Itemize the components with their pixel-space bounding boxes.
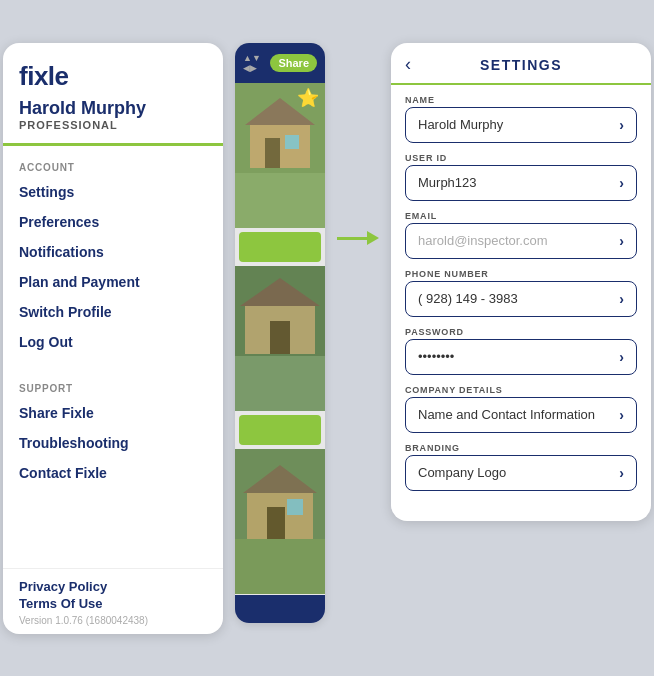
phone-value: ( 928) 149 - 3983: [418, 291, 518, 306]
branding-row[interactable]: Company Logo ›: [405, 455, 637, 491]
logo-text: fixle: [19, 61, 69, 91]
arrow-head: [367, 231, 379, 245]
phone-bottom-bar: [235, 595, 325, 623]
chevron-right-icon: ›: [619, 233, 624, 249]
password-value: ••••••••: [418, 349, 454, 364]
branding-group: BRANDING Company Logo ›: [405, 443, 637, 495]
account-label: ACCOUNT: [3, 156, 223, 177]
green-bar-1: [239, 232, 321, 262]
chevron-right-icon: ›: [619, 175, 624, 191]
version-text: Version 1.0.76 (1680042438): [19, 615, 207, 626]
svg-rect-12: [267, 507, 285, 539]
chevron-right-icon: ›: [619, 117, 624, 133]
settings-body: NAME Harold Murphy › USER ID Murph123 › …: [391, 85, 651, 505]
arrow-line: [337, 237, 367, 240]
svg-rect-13: [287, 499, 303, 515]
sidebar-footer: Privacy Policy Terms Of Use Version 1.0.…: [3, 568, 223, 634]
userid-field-row[interactable]: Murph123 ›: [405, 165, 637, 201]
settings-title: SETTINGS: [480, 57, 562, 73]
branding-value: Company Logo: [418, 465, 506, 480]
chevron-right-icon: ›: [619, 349, 624, 365]
nav-item-share-fixle[interactable]: Share Fixle: [3, 398, 223, 428]
nav-item-log-out[interactable]: Log Out: [3, 327, 223, 357]
name-field-row[interactable]: Harold Murphy ›: [405, 107, 637, 143]
support-section: SUPPORT Share Fixle Troubleshooting Cont…: [3, 367, 223, 498]
chevron-right-icon: ›: [619, 407, 624, 423]
app-logo: fixle: [19, 61, 207, 92]
userid-value: Murph123: [418, 175, 477, 190]
phone-header: ▲▼ ◀▶ Share: [235, 43, 325, 83]
nav-item-preferences[interactable]: Preferences: [3, 207, 223, 237]
nav-item-troubleshooting[interactable]: Troubleshooting: [3, 428, 223, 458]
password-label: PASSWORD: [405, 327, 637, 337]
phone-field-group: PHONE NUMBER ( 928) 149 - 3983 ›: [405, 269, 637, 321]
nav-item-switch-profile[interactable]: Switch Profile: [3, 297, 223, 327]
svg-rect-3: [265, 138, 280, 168]
svg-rect-4: [285, 135, 299, 149]
email-field-row[interactable]: harold@inspector.com ›: [405, 223, 637, 259]
settings-header: ‹ SETTINGS: [391, 43, 651, 85]
nav-item-plan-payment[interactable]: Plan and Payment: [3, 267, 223, 297]
name-label: NAME: [405, 95, 637, 105]
nav-item-contact-fixle[interactable]: Contact Fixle: [3, 458, 223, 488]
left-sidebar: fixle Harold Murphy Professional ACCOUNT…: [3, 43, 223, 634]
support-label: SUPPORT: [3, 377, 223, 398]
company-details-value: Name and Contact Information: [418, 407, 595, 422]
nav-item-notifications[interactable]: Notifications: [3, 237, 223, 267]
chevron-right-icon: ›: [619, 465, 624, 481]
house-image-2: [235, 266, 325, 411]
company-details-row[interactable]: Name and Contact Information ›: [405, 397, 637, 433]
userid-field-group: USER ID Murph123 ›: [405, 153, 637, 205]
share-button[interactable]: Share: [270, 54, 317, 72]
sidebar-header: fixle Harold Murphy Professional: [3, 43, 223, 146]
user-name: Harold Murphy: [19, 98, 207, 119]
svg-rect-8: [270, 321, 290, 354]
email-field-group: EMAIL harold@inspector.com ›: [405, 211, 637, 263]
phone-label: PHONE NUMBER: [405, 269, 637, 279]
terms-of-use-link[interactable]: Terms Of Use: [19, 596, 207, 611]
phone-field-row[interactable]: ( 928) 149 - 3983 ›: [405, 281, 637, 317]
name-value: Harold Murphy: [418, 117, 503, 132]
branding-label: BRANDING: [405, 443, 637, 453]
account-section: ACCOUNT Settings Preferences Notificatio…: [3, 146, 223, 367]
chevron-right-icon: ›: [619, 291, 624, 307]
email-label: EMAIL: [405, 211, 637, 221]
userid-label: USER ID: [405, 153, 637, 163]
house-image-1: ⭐: [235, 83, 325, 228]
house-image-3: [235, 449, 325, 594]
company-details-group: COMPANY DETAILS Name and Contact Informa…: [405, 385, 637, 437]
arrow: [337, 231, 379, 245]
name-field-group: NAME Harold Murphy ›: [405, 95, 637, 147]
nav-item-settings[interactable]: Settings: [3, 177, 223, 207]
green-bar-2: [239, 415, 321, 445]
company-details-label: COMPANY DETAILS: [405, 385, 637, 395]
phone-mockup: ▲▼ ◀▶ Share ⭐: [235, 43, 325, 623]
password-field-row[interactable]: •••••••• ›: [405, 339, 637, 375]
email-value: harold@inspector.com: [418, 233, 548, 248]
star-badge: ⭐: [297, 87, 319, 109]
back-button[interactable]: ‹: [405, 54, 411, 75]
settings-panel: ‹ SETTINGS NAME Harold Murphy › USER ID …: [391, 43, 651, 521]
user-role: Professional: [19, 119, 207, 131]
password-field-group: PASSWORD •••••••• ›: [405, 327, 637, 379]
privacy-policy-link[interactable]: Privacy Policy: [19, 579, 207, 594]
phone-images: ⭐: [235, 83, 325, 595]
